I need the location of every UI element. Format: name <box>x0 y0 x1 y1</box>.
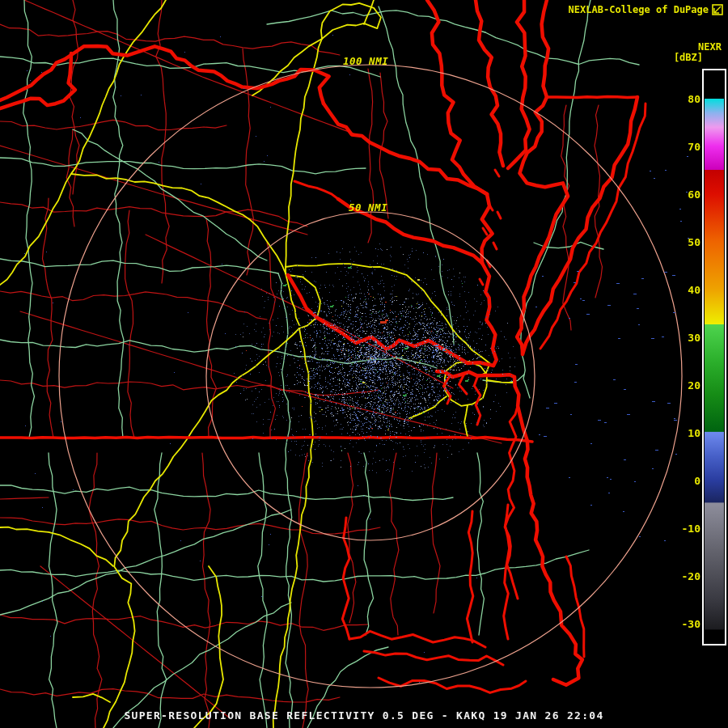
colorbar-tick-label: -10 <box>665 523 700 534</box>
radar-echoes-layer <box>0 0 728 728</box>
colorbar-tick-label: 60 <box>665 189 700 200</box>
colorbar-tick-label: 80 <box>665 94 700 104</box>
range-ring-label-50nmi: 50 NMI <box>349 201 387 214</box>
colorbar-tick-label: 10 <box>665 428 700 438</box>
scale-units: [dBZ] <box>674 52 703 63</box>
colorbar-tick-label: -20 <box>665 571 700 582</box>
colorbar-tick-label: 50 <box>665 237 700 248</box>
colorbar-tick-label: 30 <box>665 332 700 343</box>
colorbar-gradient <box>705 71 724 643</box>
colorbar-tick-label: -30 <box>665 619 700 629</box>
range-ring-label-100nmi: 100 NMI <box>343 55 388 67</box>
product-caption: SUPER-RESOLUTION BASE REFLECTIVITY 0.5 D… <box>124 709 603 722</box>
site-credit: NEXLAB-College of DuPage <box>569 4 709 15</box>
scale-title: NEXR <box>698 41 722 53</box>
nexlab-logo-icon <box>712 4 723 15</box>
colorbar-tick-label: 40 <box>665 285 700 295</box>
colorbar-tick-label: 20 <box>665 380 700 391</box>
radar-display: NEXLAB-College of DuPage NEXR [dBZ] 8070… <box>0 0 728 728</box>
colorbar-tick-label: 0 <box>665 476 700 486</box>
colorbar <box>702 69 726 645</box>
colorbar-tick-label: 70 <box>665 142 700 152</box>
